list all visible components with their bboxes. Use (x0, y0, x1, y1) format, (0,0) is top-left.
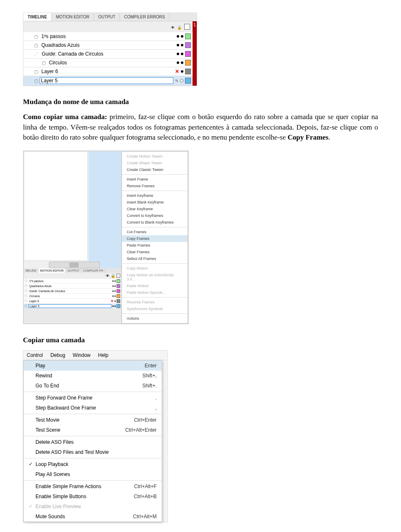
layer-row[interactable]: ▢1ºs passos (23, 32, 193, 41)
layer-row[interactable]: ▢Layer 6✕ (23, 67, 193, 76)
mini-visibility-dot[interactable] (112, 295, 114, 297)
horizontal-scrollbar[interactable] (49, 262, 100, 268)
mini-visibility-icon[interactable] (106, 274, 109, 278)
context-menu-item[interactable]: Clear Frames (122, 249, 188, 255)
lock-dot[interactable] (181, 61, 183, 64)
tab-output[interactable]: OUTPUT (94, 13, 120, 21)
lock-dot[interactable] (181, 53, 183, 55)
dropdown-item[interactable]: Enable Simple Frame ActionsCtrl+Alt+F (24, 481, 162, 491)
lock-dot[interactable] (181, 44, 183, 46)
visibility-dot[interactable] (177, 35, 179, 38)
mini-color-swatch[interactable] (117, 284, 120, 288)
mini-layer-row[interactable]: ▢Layer 5 (24, 304, 121, 309)
mini-color-swatch[interactable] (117, 304, 120, 308)
visibility-dot[interactable] (177, 61, 179, 64)
pencil-icon[interactable]: ✎ (175, 79, 178, 83)
context-menu-item[interactable]: Convert to Blank Keyframes (122, 219, 188, 226)
context-menu-item[interactable]: Clear Keyframe (122, 206, 188, 212)
visibility-dot[interactable] (177, 44, 179, 46)
layer-row[interactable]: ▢Circulos (23, 59, 193, 67)
tab-motion-editor[interactable]: MOTION EDITOR (52, 13, 94, 21)
color-swatch[interactable] (185, 42, 191, 48)
layer-row[interactable]: ⋰Guide: Camada de Circulos (23, 50, 193, 59)
dropdown-item[interactable]: ✓Loop Playback (24, 459, 162, 469)
mini-color-swatch[interactable] (117, 289, 120, 293)
context-menu-item[interactable]: Actions (122, 315, 188, 322)
context-menu-item[interactable]: Cut Frames (122, 229, 188, 235)
mini-color-swatch[interactable] (117, 279, 120, 283)
lock-dot[interactable] (180, 79, 183, 82)
mini-layer-row[interactable]: ▢Quadrados Azuis (24, 284, 121, 289)
menu-separator (122, 313, 188, 314)
lock-dot[interactable] (181, 70, 183, 73)
dropdown-item[interactable]: PlayEnter (24, 361, 162, 371)
mini-visibility-dot[interactable] (112, 285, 114, 287)
menu-control[interactable]: Control (27, 352, 43, 358)
dropdown-item[interactable]: Go To EndShift+. (24, 381, 162, 391)
mini-lock-dot[interactable] (114, 290, 116, 292)
menu-help[interactable]: Help (98, 352, 109, 358)
dropdown-item[interactable]: Play All Scenes (24, 469, 162, 479)
mini-layer-row[interactable]: ▢Guide: Camada de Circulos (24, 289, 121, 294)
context-menu-item[interactable]: Insert Keyframe (122, 192, 188, 199)
mini-visibility-dot[interactable] (112, 280, 114, 282)
dropdown-item[interactable]: Delete ASO Files (24, 437, 162, 447)
dropdown-item[interactable]: Step Backward One Frame, (24, 403, 162, 413)
dropdown-item[interactable]: Delete ASO Files and Test Movie (24, 447, 162, 457)
lock-dot[interactable] (181, 35, 183, 38)
mini-lock-dot[interactable] (114, 300, 116, 302)
dropdown-item[interactable]: Test MovieCtrl+Enter (24, 415, 162, 425)
mini-layer-row[interactable]: ▢Layer 6✕ (24, 299, 121, 304)
context-menu-item[interactable]: Insert Blank Keyframe (122, 199, 188, 206)
mini-layer-row[interactable]: ▢Circulos (24, 294, 121, 299)
context-menu-item[interactable]: Insert Frame (122, 176, 188, 183)
mini-tab-compiler[interactable]: COMPILER FR (81, 268, 105, 273)
dropdown-item[interactable]: Enable Simple ButtonsCtrl+Alt+B (24, 491, 162, 501)
mini-tab-motion-editor[interactable]: MOTION EDITOR (38, 268, 66, 273)
mini-tab-output[interactable]: OUTPUT (66, 268, 81, 273)
menu-separator (122, 227, 188, 227)
menu-debug[interactable]: Debug (51, 352, 65, 358)
context-menu-item[interactable]: Paste Frames (122, 242, 188, 249)
mini-color-swatch[interactable] (117, 299, 120, 303)
x-icon[interactable]: ✕ (175, 69, 179, 74)
mini-lock-icon[interactable] (111, 274, 115, 278)
tab-compiler-errors[interactable]: COMPILER ERRORS (120, 13, 170, 21)
mini-lock-dot[interactable] (114, 295, 116, 297)
dropdown-item[interactable]: Mute SoundsCtrl+Alt+M (24, 512, 162, 522)
tab-timeline[interactable]: TIMELINE (23, 13, 52, 21)
layer-name-input[interactable]: Layer 5 (40, 77, 173, 84)
visibility-dot[interactable] (177, 53, 179, 55)
menu-window[interactable]: Window (73, 352, 91, 358)
color-swatch[interactable] (185, 78, 191, 84)
mini-color-swatch[interactable] (117, 294, 120, 298)
context-menu-item[interactable]: Create Classic Tween (122, 166, 188, 173)
layer-row[interactable]: ▢Quadrados Azuis (23, 41, 193, 50)
mini-layer-row[interactable]: ▢1ºs passos (24, 279, 121, 284)
layer-row[interactable]: ▢Layer 5✎ (23, 76, 193, 86)
lock-column-icon[interactable] (177, 23, 182, 31)
mini-outline-icon[interactable] (117, 274, 120, 277)
visibility-column-icon[interactable] (171, 23, 175, 31)
stage-area[interactable] (24, 151, 121, 268)
dropdown-item[interactable]: RewindShift+, (24, 371, 162, 381)
context-menu-item[interactable]: Convert to Keyframes (122, 212, 188, 219)
context-menu-item[interactable]: Select All Frames (122, 255, 188, 262)
mini-x-icon[interactable]: ✕ (111, 299, 114, 303)
mini-lock-dot[interactable] (114, 285, 116, 287)
mini-layer-name-input[interactable]: Layer 5 (28, 304, 112, 308)
context-menu-item[interactable]: Copy Frames (122, 235, 188, 242)
color-swatch[interactable] (185, 69, 191, 74)
dropdown-item[interactable]: Step Forward One Frame. (24, 393, 162, 403)
context-menu-item[interactable]: Remove Frames (122, 183, 188, 189)
color-swatch[interactable] (185, 60, 191, 66)
color-swatch[interactable] (185, 33, 191, 39)
mini-visibility-dot[interactable] (112, 290, 114, 292)
mini-lock-dot[interactable] (114, 305, 116, 307)
dropdown-item[interactable]: Test SceneCtrl+Alt+Enter (24, 425, 162, 435)
outline-column-icon[interactable] (184, 24, 190, 30)
mini-lock-dot[interactable] (114, 280, 116, 282)
color-swatch[interactable] (185, 51, 191, 57)
mini-visibility-dot[interactable] (112, 305, 114, 307)
mini-tab-timeline[interactable]: MELINE (24, 268, 38, 273)
